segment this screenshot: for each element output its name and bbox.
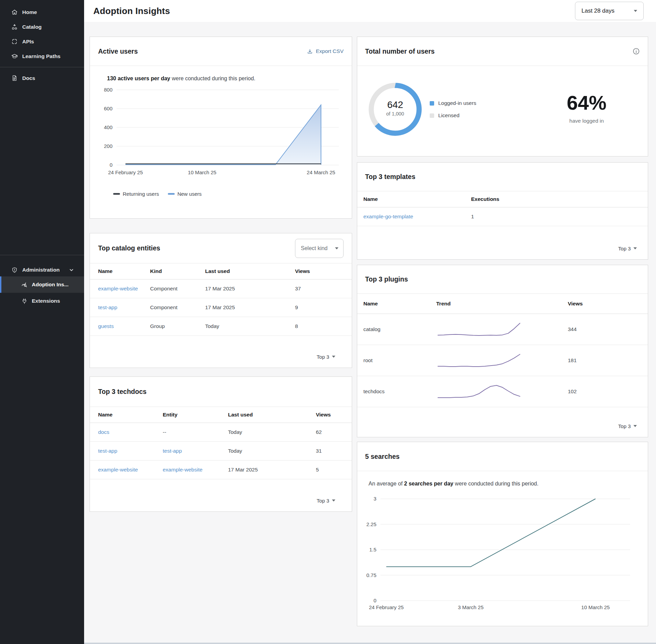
- sidebar-item-apis[interactable]: APIs: [0, 34, 84, 49]
- table-row: guests Group Today 8: [90, 317, 352, 336]
- card-title: Top 3 plugins: [365, 275, 408, 283]
- main-content: Active users Export CSV 130 active users…: [90, 37, 648, 626]
- top-templates-card: Top 3 templates Name Executions example-…: [357, 162, 648, 260]
- column-header: Kind: [142, 263, 197, 279]
- column-header: Name: [90, 407, 155, 423]
- total-users-body: 642 of 1,000 Logged-in users Licensed 64…: [357, 66, 648, 156]
- svg-text:24 February 25: 24 February 25: [108, 169, 143, 175]
- entity-link[interactable]: example-website: [98, 286, 138, 291]
- sidebar-item-home[interactable]: Home: [0, 5, 84, 19]
- column-header: Name: [357, 294, 430, 314]
- top-catalog-entities-card: Top catalog entities Select kind Name Ki…: [90, 233, 352, 368]
- sidebar-item-docs[interactable]: Docs: [0, 71, 84, 85]
- sidebar-item-label: Extensions: [32, 298, 60, 304]
- searches-card: 5 searches An average of 2 searches per …: [357, 442, 648, 626]
- card-title: Top 3 templates: [365, 173, 415, 181]
- sidebar-item-label: Learning Paths: [22, 53, 61, 59]
- right-column: Total number of users 642 of 1,000 Logge…: [357, 37, 648, 626]
- column-header: Views: [287, 263, 352, 279]
- top-techdocs-card: Top 3 techdocs Name Entity Last used Vie…: [90, 376, 352, 512]
- sidebar-item-learning-paths[interactable]: Learning Paths: [0, 49, 84, 64]
- sidebar-divider: [0, 67, 84, 67]
- info-icon[interactable]: [632, 47, 640, 55]
- logged-in-users-swatch: [430, 101, 434, 106]
- card-title: Active users: [98, 47, 138, 55]
- table-row: test-app Component 17 Mar 2025 9: [90, 298, 352, 317]
- svg-text:1.5: 1.5: [369, 547, 376, 552]
- svg-text:400: 400: [104, 124, 112, 130]
- svg-text:3 March 25: 3 March 25: [458, 604, 483, 610]
- svg-text:24 February 25: 24 February 25: [369, 604, 404, 610]
- top-techdocs-table: Name Entity Last used Views docs -- Toda…: [90, 407, 352, 479]
- table-row: example-website example-website 17 Mar 2…: [90, 461, 352, 479]
- logged-in-percent-caption: have logged in: [558, 118, 616, 124]
- sidebar-item-catalog[interactable]: Catalog: [0, 19, 84, 34]
- learning-paths-icon: [11, 53, 18, 59]
- active-users-card: Active users Export CSV 130 active users…: [90, 37, 352, 219]
- techdoc-link[interactable]: docs: [98, 429, 109, 435]
- column-header: Executions: [465, 191, 648, 207]
- table-row: catalog 344: [357, 314, 648, 345]
- chevron-down-icon: [335, 247, 338, 249]
- techdoc-link[interactable]: example-website: [98, 467, 138, 472]
- logged-in-percent: 64%: [558, 91, 616, 114]
- searches-summary: An average of 2 searches per day were co…: [369, 481, 648, 487]
- date-range-select[interactable]: Last 28 days: [575, 2, 644, 20]
- export-csv-button[interactable]: Export CSV: [307, 48, 344, 54]
- card-title: Top 3 techdocs: [98, 388, 147, 396]
- sidebar-item-extensions[interactable]: Extensions: [0, 293, 84, 309]
- card-title: 5 searches: [365, 453, 400, 461]
- kind-select[interactable]: Select kind: [295, 239, 344, 258]
- left-column: Active users Export CSV 130 active users…: [90, 37, 352, 626]
- adoption-insights-icon: [21, 282, 28, 288]
- column-header: Name: [357, 191, 465, 207]
- top-plugins-table: Name Trend Views catalog 344 root 181: [357, 294, 648, 407]
- api-icon: [11, 38, 18, 45]
- rows-count-select[interactable]: Top 3: [357, 237, 648, 259]
- entity-link[interactable]: test-app: [98, 304, 117, 310]
- svg-text:0: 0: [374, 598, 376, 603]
- entity-link[interactable]: test-app: [163, 448, 182, 454]
- svg-text:3: 3: [374, 496, 376, 502]
- total-users-legend: Logged-in users Licensed: [430, 100, 476, 119]
- horizontal-scrollbar[interactable]: [84, 643, 656, 644]
- active-users-chart: 800600400200024 February 2510 March 2524…: [97, 83, 352, 190]
- active-users-summary: 130 active users per day were conducted …: [107, 76, 352, 82]
- column-header: Last used: [197, 263, 287, 279]
- svg-text:24 March 25: 24 March 25: [307, 169, 335, 175]
- column-header: Views: [308, 407, 352, 423]
- chevron-down-icon: [634, 10, 637, 12]
- entity-link[interactable]: guests: [98, 323, 114, 329]
- sidebar-item-adoption-insights[interactable]: Adoption Ins...: [0, 276, 84, 293]
- plugin-trend-sparkline: [436, 321, 559, 337]
- top-plugins-card: Top 3 plugins Name Trend Views catalog 3…: [357, 265, 648, 437]
- template-link[interactable]: example-go-template: [363, 214, 413, 219]
- sidebar-section-administration[interactable]: Administration: [0, 263, 84, 276]
- entity-link[interactable]: example-website: [163, 467, 202, 472]
- sidebar-item-label: Catalog: [22, 24, 42, 30]
- chevron-down-icon[interactable]: [69, 268, 74, 272]
- rows-count-select[interactable]: Top 3: [90, 490, 352, 511]
- chevron-down-icon: [332, 356, 335, 358]
- table-row: example-website Component 17 Mar 2025 37: [90, 279, 352, 298]
- top-catalog-entities-table: Name Kind Last used Views example-websit…: [90, 263, 352, 336]
- licensed-swatch: [430, 113, 434, 118]
- table-row: root 181: [357, 345, 648, 376]
- svg-text:200: 200: [104, 143, 112, 149]
- rows-count-select[interactable]: Top 3: [357, 415, 648, 437]
- svg-text:10 March 25: 10 March 25: [581, 604, 610, 610]
- svg-text:2.25: 2.25: [366, 521, 376, 527]
- svg-text:0: 0: [110, 162, 112, 168]
- sidebar-spacer: [0, 85, 84, 251]
- card-title: Top catalog entities: [98, 244, 160, 252]
- column-header: Entity: [155, 407, 220, 423]
- card-title: Total number of users: [365, 47, 434, 55]
- chevron-down-icon: [633, 425, 637, 427]
- sidebar-item-label: Adoption Ins...: [32, 282, 69, 288]
- page-title: Adoption Insights: [93, 6, 170, 16]
- rows-count-select[interactable]: Top 3: [90, 346, 352, 368]
- download-icon: [307, 49, 313, 54]
- plugin-trend-sparkline: [436, 353, 559, 368]
- sidebar-section-label: Administration: [22, 267, 59, 273]
- techdoc-link[interactable]: test-app: [98, 448, 117, 454]
